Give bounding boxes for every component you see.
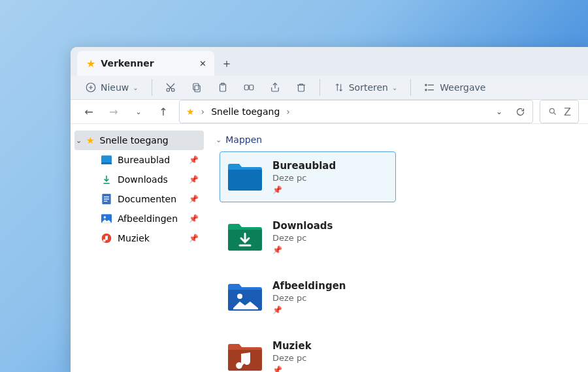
pin-icon: 📌 [272, 305, 346, 315]
folder-grid: Bureaublad Deze pc 📌 Downloads Deze pc 📌 [213, 151, 583, 372]
pin-icon: 📌 [189, 214, 199, 223]
sidebar-item-quick-access[interactable]: ⌄ ★ Snelle toegang [74, 131, 204, 150]
chevron-down-icon: ⌄ [216, 136, 221, 144]
svg-point-10 [425, 84, 427, 85]
desktop-icon [101, 154, 112, 166]
section-folders[interactable]: ⌄ Mappen [216, 134, 583, 145]
copy-button[interactable] [185, 76, 208, 99]
folder-card-bureaublad[interactable]: Bureaublad Deze pc 📌 [220, 151, 396, 202]
svg-point-22 [237, 294, 242, 299]
tab-verkenner[interactable]: ★ Verkenner ✕ [77, 51, 214, 76]
sort-icon [333, 82, 345, 93]
chevron-down-icon: ⌄ [392, 84, 397, 91]
view-button[interactable]: Weergave [417, 76, 492, 99]
svg-rect-4 [193, 84, 198, 90]
folder-title: Downloads [272, 220, 333, 232]
delete-button[interactable] [289, 76, 313, 99]
chevron-down-icon[interactable]: ⌄ [76, 136, 82, 145]
sidebar-item-documents[interactable]: Documenten 📌 [74, 189, 204, 209]
pin-icon: 📌 [189, 155, 199, 164]
folder-desktop-icon [227, 162, 263, 192]
trash-icon [295, 82, 307, 93]
paste-button[interactable] [211, 76, 235, 99]
refresh-icon[interactable] [514, 106, 526, 117]
sidebar-item-desktop[interactable]: Bureaublad 📌 [74, 150, 204, 170]
picture-icon [101, 213, 112, 225]
svg-point-2 [171, 89, 174, 92]
breadcrumb-separator: › [201, 106, 205, 117]
chevron-down-icon: ⌄ [133, 84, 138, 91]
sidebar-item-music[interactable]: Muziek 📌 [74, 228, 204, 248]
clipboard-icon [217, 82, 229, 93]
folder-card-muziek[interactable]: Muziek Deze pc 📌 [220, 332, 396, 372]
pin-icon: 📌 [189, 194, 199, 204]
pin-icon: 📌 [272, 365, 312, 373]
sidebar-item-label: Bureaublad [118, 155, 170, 165]
sidebar-item-label: Afbeeldingen [118, 213, 178, 224]
svg-rect-3 [195, 85, 200, 92]
search-placeholder: Z [564, 106, 571, 118]
svg-rect-7 [244, 85, 248, 90]
folder-music-icon [227, 342, 263, 372]
new-tab-button[interactable]: ＋ [214, 51, 239, 76]
folder-pictures-icon [227, 282, 263, 312]
up-button[interactable]: ↑ [154, 102, 172, 121]
forward-button[interactable]: → [105, 102, 123, 121]
new-button[interactable]: Nieuw ⌄ [78, 76, 145, 99]
pin-icon: 📌 [189, 234, 199, 243]
sidebar-item-label: Documenten [118, 194, 176, 204]
folder-card-afbeeldingen[interactable]: Afbeeldingen Deze pc 📌 [220, 271, 396, 322]
search-icon [547, 106, 559, 117]
recent-dropdown[interactable]: ⌄ [129, 102, 148, 121]
star-icon: ★ [186, 106, 195, 117]
view-label: Weergave [440, 82, 485, 93]
body: ⌄ ★ Snelle toegang Bureaublad 📌 Download… [71, 124, 588, 372]
star-icon: ★ [86, 57, 95, 70]
explorer-window: ★ Verkenner ✕ ＋ Nieuw ⌄ [71, 47, 588, 372]
folder-subtitle: Deze pc [272, 233, 333, 243]
folder-title: Afbeeldingen [272, 280, 346, 292]
pin-icon: 📌 [272, 185, 336, 194]
address-row: ← → ⌄ ↑ ★ › Snelle toegang › ⌄ Z [71, 100, 588, 124]
rename-button[interactable] [237, 76, 261, 99]
pin-icon: 📌 [272, 245, 333, 255]
sort-button[interactable]: Sorteren ⌄ [327, 76, 404, 99]
content-area: ⌄ Mappen Bureaublad Deze pc 📌 [208, 124, 588, 372]
sidebar-item-label: Downloads [118, 174, 168, 185]
sidebar-item-pictures[interactable]: Afbeeldingen 📌 [74, 209, 204, 228]
share-button[interactable] [263, 76, 287, 99]
pin-icon: 📌 [189, 175, 199, 184]
svg-rect-13 [101, 155, 112, 163]
svg-point-1 [167, 89, 170, 92]
sidebar-item-downloads[interactable]: Downloads 📌 [74, 170, 204, 189]
breadcrumb-separator: › [286, 106, 290, 117]
svg-rect-9 [298, 85, 304, 91]
folder-card-downloads[interactable]: Downloads Deze pc 📌 [220, 211, 396, 262]
svg-point-11 [425, 89, 427, 91]
view-icon [424, 82, 436, 93]
breadcrumb-root[interactable]: Snelle toegang [211, 106, 280, 117]
chevron-down-icon[interactable]: ⌄ [496, 107, 502, 116]
back-button[interactable]: ← [80, 102, 98, 121]
tab-title: Verkenner [101, 58, 154, 69]
close-icon[interactable]: ✕ [199, 59, 206, 69]
svg-point-20 [104, 216, 106, 218]
star-icon: ★ [86, 135, 95, 146]
cut-button[interactable] [159, 76, 182, 99]
svg-rect-17 [104, 198, 109, 199]
svg-rect-16 [104, 196, 109, 197]
scissors-icon [165, 82, 176, 93]
rename-icon [243, 82, 255, 93]
folder-subtitle: Deze pc [272, 353, 312, 363]
folder-downloads-icon [227, 222, 263, 252]
section-label: Mappen [225, 134, 262, 145]
toolbar: Nieuw ⌄ [71, 76, 588, 100]
document-icon [101, 193, 112, 205]
new-label: Nieuw [101, 82, 129, 93]
search-box[interactable]: Z [540, 100, 579, 123]
sort-label: Sorteren [349, 82, 388, 93]
address-bar[interactable]: ★ › Snelle toegang › ⌄ [179, 100, 533, 123]
folder-subtitle: Deze pc [272, 173, 336, 183]
copy-icon [191, 82, 203, 93]
download-icon [101, 174, 112, 185]
